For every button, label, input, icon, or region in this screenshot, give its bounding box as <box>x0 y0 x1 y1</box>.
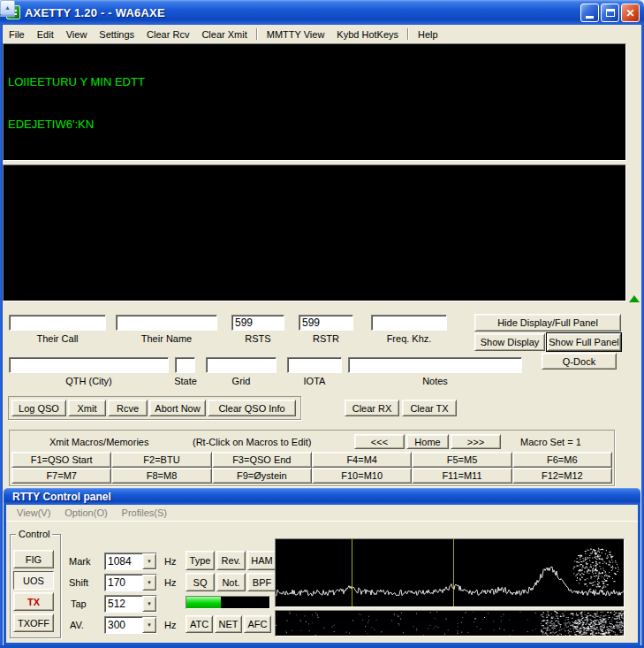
macro-f11-button[interactable]: F11=M11 <box>412 468 511 484</box>
squelch-button[interactable]: SQ <box>186 573 215 591</box>
rtty-menu-item-view[interactable]: View(V) <box>10 506 57 520</box>
chevron-down-icon[interactable]: ▼ <box>142 553 156 569</box>
menu-item-view[interactable]: View <box>60 27 94 42</box>
grid-input[interactable] <box>206 357 277 373</box>
close-button[interactable]: ✕ <box>621 4 640 22</box>
tap-select[interactable]: 512 ▼ <box>104 595 157 613</box>
macro-set-prev-button[interactable]: <<< <box>354 434 405 449</box>
maximize-icon <box>606 9 615 17</box>
type-button[interactable]: Type <box>186 551 215 570</box>
menu-separator <box>407 28 409 40</box>
hide-display-full-panel-button[interactable]: Hide Display/Full Panel <box>474 314 621 332</box>
macro-set-next-button[interactable]: >>> <box>451 434 501 449</box>
abort-now-button[interactable]: Abort Now <box>149 400 206 416</box>
scroll-thumb[interactable] <box>0 15 15 17</box>
title-bar[interactable]: AXETTY 1.20 - - WA6AXE ✕ <box>0 0 644 25</box>
show-full-panel-button[interactable]: Show Full Panel <box>547 333 621 351</box>
macro-f1-button[interactable]: F1=QSO Start <box>11 452 111 468</box>
shift-select[interactable]: 170 ▼ <box>104 574 157 591</box>
macro-f6-button[interactable]: F6=M6 <box>512 452 612 468</box>
grid-label: Grid <box>206 376 277 386</box>
rsts-label: RSTS <box>231 333 284 344</box>
ham-button[interactable]: HAM <box>247 551 277 570</box>
macro-f10-button[interactable]: F10=M10 <box>312 468 412 484</box>
state-input[interactable] <box>175 357 195 373</box>
macro-f9-button[interactable]: F9=Øystein <box>212 468 312 484</box>
maximize-button[interactable] <box>601 4 619 22</box>
reverse-button[interactable]: Rev. <box>216 551 246 570</box>
net-button[interactable]: NET <box>215 615 242 633</box>
txoff-button[interactable]: TXOFF <box>13 614 54 632</box>
freq-khz-label: Freq. Khz. <box>371 333 447 344</box>
state-label: State <box>165 376 206 386</box>
show-display-button[interactable]: Show Display <box>474 333 545 351</box>
av-unit-label: Hz <box>164 620 176 630</box>
macro-f4-button[interactable]: F4=M4 <box>312 452 412 468</box>
shift-label: Shift <box>69 577 88 588</box>
uos-button[interactable]: UOS <box>13 571 54 590</box>
menu-item-kybd-hotkeys[interactable]: Kybd HotKeys <box>330 27 405 42</box>
macro-set-home-button[interactable]: Home <box>406 434 449 449</box>
menu-item-mmtty-view[interactable]: MMTTY View <box>261 27 331 42</box>
waterfall-display <box>276 611 624 636</box>
menu-item-clear-rcv[interactable]: Clear Rcv <box>140 27 195 42</box>
scroll-up-button[interactable]: ▲ <box>0 0 15 15</box>
their-call-label: Their Call <box>9 333 106 344</box>
av-select[interactable]: 300 ▼ <box>104 616 157 634</box>
rsts-input[interactable] <box>231 315 284 331</box>
macro-f12-button[interactable]: F12=M12 <box>512 468 612 484</box>
chevron-down-icon[interactable]: ▼ <box>142 596 156 612</box>
tx-button[interactable]: TX <box>13 592 54 611</box>
minimize-button[interactable] <box>580 4 599 22</box>
afc-button[interactable]: AFC <box>244 615 271 633</box>
bpf-button[interactable]: BPF <box>247 573 277 591</box>
menu-item-file[interactable]: File <box>3 27 31 42</box>
chevron-down-icon[interactable]: ▼ <box>142 575 156 591</box>
receive-display[interactable]: LOIIEETURU Y MIN EDTT EDEJETIW6':KN ZTXM… <box>3 43 626 161</box>
q-dock-button[interactable]: Q-Dock <box>542 353 617 370</box>
clear-tx-button[interactable]: Clear TX <box>402 400 457 416</box>
menu-item-settings[interactable]: Settings <box>93 27 140 42</box>
fig-button[interactable]: FIG <box>13 550 54 568</box>
rtty-title-bar[interactable]: RTTY Control panel <box>4 488 640 505</box>
xmit-button[interactable]: Xmit <box>68 400 106 416</box>
mark-frequency-select[interactable]: 1084 ▼ <box>104 553 157 570</box>
atc-button[interactable]: ATC <box>186 615 213 633</box>
their-call-input[interactable] <box>9 315 106 331</box>
iota-input[interactable] <box>287 357 342 373</box>
log-qso-button[interactable]: Log QSO <box>11 400 66 416</box>
menu-item-clear-xmit[interactable]: Clear Xmit <box>195 27 253 42</box>
window-title: AXETTY 1.20 - - WA6AXE <box>25 6 165 19</box>
macro-f2-button[interactable]: F2=BTU <box>111 452 211 468</box>
clear-rx-button[interactable]: Clear RX <box>345 400 399 416</box>
menu-item-edit[interactable]: Edit <box>31 27 60 42</box>
menu-item-help[interactable]: Help <box>412 27 444 42</box>
rstr-input[interactable] <box>299 315 353 331</box>
notch-button[interactable]: Not. <box>216 573 246 591</box>
spectrum-scope[interactable] <box>275 538 625 607</box>
window-controls: ✕ <box>580 4 640 22</box>
notes-input[interactable] <box>348 357 522 373</box>
signal-meter-fill <box>186 597 221 608</box>
rcve-button[interactable]: Rcve <box>108 400 148 416</box>
splitter-grip-icon[interactable] <box>629 295 640 302</box>
rtty-window-frame: View(V) Option(O) Profiles(S) Control FI… <box>4 505 640 645</box>
chevron-down-icon[interactable]: ▼ <box>142 617 156 633</box>
freq-khz-input[interactable] <box>371 315 447 331</box>
rtty-menu-item-profiles[interactable]: Profiles(S) <box>115 506 174 520</box>
macro-f8-button[interactable]: F8=M8 <box>111 468 211 484</box>
clear-qso-info-button[interactable]: Clear QSO Info <box>208 400 296 416</box>
tap-label: Tap <box>71 598 87 609</box>
rtty-menu-item-option[interactable]: Option(O) <box>57 506 114 520</box>
macro-f3-button[interactable]: F3=QSO End <box>212 452 312 468</box>
macro-f5-button[interactable]: F5=M5 <box>412 452 511 468</box>
transmit-display[interactable] <box>3 164 626 301</box>
their-name-input[interactable] <box>116 315 217 331</box>
rtty-menu-bar: View(V) Option(O) Profiles(S) <box>6 505 638 521</box>
macro-f7-button[interactable]: F7=M7 <box>11 468 111 484</box>
macros-title: Xmit Macros/Memories <box>49 437 148 447</box>
av-value: 300 <box>105 617 142 633</box>
notes-label: Notes <box>348 376 522 386</box>
spectrum-display[interactable] <box>276 539 624 606</box>
qth-city-input[interactable] <box>9 357 169 373</box>
